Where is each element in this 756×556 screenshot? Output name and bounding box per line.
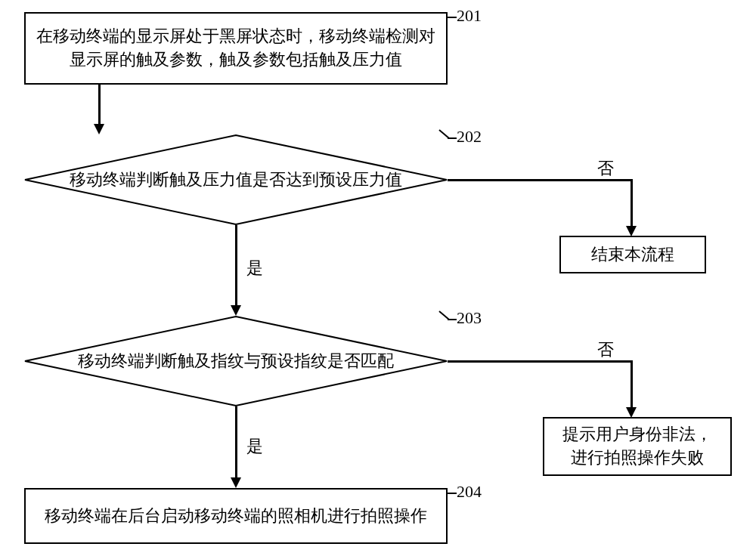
- fail-box: 提示用户身份非法，进行拍照操作失败: [543, 417, 732, 476]
- step-203-num: 203: [457, 308, 482, 328]
- label-202-yes: 是: [246, 257, 263, 280]
- step-201-num: 201: [457, 6, 482, 26]
- step-202-diamond: 移动终端判断触及压力值是否达到预设压力值: [24, 134, 448, 225]
- flowchart: 在移动终端的显示屏处于黑屏状态时，移动终端检测对显示屏的触及参数，触及参数包括触…: [0, 0, 756, 556]
- arrow-203-204: [235, 406, 237, 479]
- arrow-201-202: [98, 85, 101, 125]
- label-203-no: 否: [597, 338, 614, 361]
- step-204-num: 204: [457, 482, 482, 502]
- arrow-203-no-v: [631, 360, 633, 409]
- step-201-box: 在移动终端的显示屏处于黑屏状态时，移动终端检测对显示屏的触及参数，触及参数包括触…: [24, 12, 448, 85]
- end-box: 结束本流程: [559, 236, 706, 273]
- leader-201: [448, 17, 457, 18]
- arrowhead-202-203: [231, 305, 241, 316]
- step-202-text: 移动终端判断触及压力值是否达到预设压力值: [70, 168, 402, 192]
- label-202-no: 否: [597, 157, 614, 180]
- arrow-202-no-v: [631, 179, 633, 227]
- step-204-box: 移动终端在后台启动移动终端的照相机进行拍照操作: [24, 488, 448, 544]
- end-box-text: 结束本流程: [591, 243, 674, 267]
- step-203-text: 移动终端判断触及指纹与预设指纹是否匹配: [78, 350, 394, 373]
- arrowhead-202-no: [626, 226, 637, 236]
- arrow-202-203: [235, 225, 237, 307]
- arrowhead-203-204: [231, 477, 241, 488]
- arrowhead-201-202: [94, 124, 104, 134]
- arrowhead-203-no: [626, 407, 637, 418]
- leader-204: [448, 493, 457, 494]
- step-201-text: 在移动终端的显示屏处于黑屏状态时，移动终端检测对显示屏的触及参数，触及参数包括触…: [36, 25, 435, 72]
- step-203-diamond: 移动终端判断触及指纹与预设指纹是否匹配: [24, 316, 448, 406]
- step-202-num: 202: [457, 127, 482, 147]
- fail-box-text: 提示用户身份非法，进行拍照操作失败: [555, 423, 720, 470]
- label-203-yes: 是: [246, 435, 263, 458]
- step-204-text: 移动终端在后台启动移动终端的照相机进行拍照操作: [45, 505, 427, 528]
